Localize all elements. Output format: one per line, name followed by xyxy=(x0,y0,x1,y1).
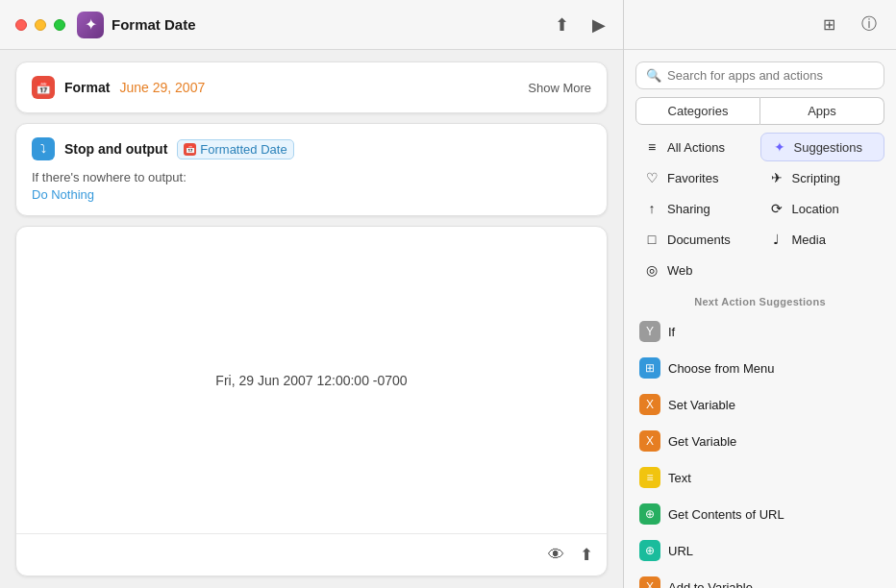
all-actions-icon: ≡ xyxy=(643,139,660,155)
title-actions: ⬆ ▶ xyxy=(553,12,608,37)
cat-suggestions-label: Suggestions xyxy=(794,140,863,155)
cat-media-label: Media xyxy=(792,233,826,247)
cat-all-actions[interactable]: ≡ All Actions xyxy=(635,133,760,161)
suggestion-icon: X xyxy=(639,430,660,452)
right-panel: ⊞ ⓘ 🔍 Categories Apps ≡ All Actions ✦ Su… xyxy=(623,0,896,588)
search-icon: 🔍 xyxy=(646,68,661,83)
title-bar: ✦ Format Date ⬆ ▶ xyxy=(0,0,623,50)
location-icon: ⟳ xyxy=(768,201,785,216)
traffic-lights xyxy=(15,19,65,31)
cat-favorites-label: Favorites xyxy=(667,171,718,185)
format-card-left: 📅 Format June 29, 2007 xyxy=(32,76,205,99)
search-bar[interactable]: 🔍 xyxy=(635,61,884,89)
cat-scripting[interactable]: ✈ Scripting xyxy=(760,163,885,192)
cat-sharing-label: Sharing xyxy=(667,202,710,216)
cat-media[interactable]: ♩ Media xyxy=(760,225,885,254)
sharing-icon: ↑ xyxy=(643,201,660,216)
info-button[interactable]: ⓘ xyxy=(856,12,883,38)
suggestion-icon: ⊕ xyxy=(639,503,660,525)
tab-apps[interactable]: Apps xyxy=(760,97,884,125)
suggestion-label: Add to Variable xyxy=(668,580,753,589)
cat-all-actions-label: All Actions xyxy=(667,140,725,155)
suggestion-item[interactable]: Y If xyxy=(624,313,896,350)
eye-button[interactable]: 👁 xyxy=(548,546,564,565)
suggestion-item[interactable]: X Get Variable xyxy=(624,423,896,459)
format-card-header: 📅 Format June 29, 2007 Show More xyxy=(32,76,591,99)
suggestion-label: URL xyxy=(668,544,693,558)
app-icon-symbol: ✦ xyxy=(85,15,97,34)
cat-suggestions[interactable]: ✦ Suggestions xyxy=(760,133,885,161)
stop-title: Stop and output xyxy=(64,141,167,157)
suggestions-icon: ✦ xyxy=(771,139,788,155)
content-area: 📅 Format June 29, 2007 Show More ⤵ Stop … xyxy=(0,50,623,588)
do-nothing-link[interactable]: Do Nothing xyxy=(32,187,591,202)
suggestion-icon: ⊞ xyxy=(639,357,660,379)
suggestion-label: Text xyxy=(668,471,691,485)
result-content: Fri, 29 Jun 2007 12:00:00 -0700 xyxy=(16,227,607,533)
suggestion-item[interactable]: ⊞ Choose from Menu xyxy=(624,350,896,386)
maximize-button[interactable] xyxy=(54,19,65,31)
cat-location-label: Location xyxy=(792,202,839,216)
suggestion-item[interactable]: ⊕ Get Contents of URL xyxy=(624,496,896,532)
cat-location[interactable]: ⟳ Location xyxy=(760,194,885,223)
result-value: Fri, 29 Jun 2007 12:00:00 -0700 xyxy=(215,373,407,388)
suggestion-item[interactable]: ≡ Text xyxy=(624,459,896,496)
token-calendar-icon: 📅 xyxy=(184,143,196,156)
export-button[interactable]: ⬆ xyxy=(580,545,593,565)
minimize-button[interactable] xyxy=(35,19,46,31)
search-input[interactable] xyxy=(667,68,874,83)
suggestion-icon: ≡ xyxy=(639,467,660,488)
format-label: Format xyxy=(64,80,110,95)
cat-web[interactable]: ◎ Web xyxy=(635,256,760,284)
close-button[interactable] xyxy=(15,19,27,31)
suggestion-item[interactable]: X Set Variable xyxy=(624,386,896,423)
suggestion-icon: ⊕ xyxy=(639,540,660,561)
share-button[interactable]: ⬆ xyxy=(553,12,571,37)
suggestion-label: Get Contents of URL xyxy=(668,507,784,522)
cat-scripting-label: Scripting xyxy=(792,171,841,185)
result-card: Fri, 29 Jun 2007 12:00:00 -0700 👁 ⬆ xyxy=(15,226,608,576)
suggestion-icon: X xyxy=(639,394,660,415)
web-icon: ◎ xyxy=(643,262,660,278)
if-nowhere-text: If there's nowhere to output: xyxy=(32,170,591,184)
cat-documents-label: Documents xyxy=(667,233,731,247)
suggestion-item[interactable]: X Add to Variable xyxy=(624,569,896,588)
scripting-icon: ✈ xyxy=(768,170,785,185)
tab-row: Categories Apps xyxy=(635,97,884,125)
cat-web-label: Web xyxy=(667,263,693,278)
cat-documents[interactable]: □ Documents xyxy=(635,225,760,254)
format-icon: 📅 xyxy=(32,76,55,99)
window-title: Format Date xyxy=(112,16,196,33)
tab-categories[interactable]: Categories xyxy=(635,97,760,125)
token-label: Formatted Date xyxy=(200,142,286,157)
cat-favorites[interactable]: ♡ Favorites xyxy=(635,163,760,192)
stop-card: ⤵ Stop and output 📅 Formatted Date If th… xyxy=(15,123,608,216)
suggestion-label: Get Variable xyxy=(668,434,736,449)
category-grid: ≡ All Actions ✦ Suggestions ♡ Favorites … xyxy=(635,133,884,284)
favorites-icon: ♡ xyxy=(643,170,660,185)
stop-card-header: ⤵ Stop and output 📅 Formatted Date xyxy=(32,137,591,160)
library-button[interactable]: ⊞ xyxy=(815,12,842,38)
left-panel: ✦ Format Date ⬆ ▶ 📅 Format June 29, 2007… xyxy=(0,0,623,588)
show-more-button[interactable]: Show More xyxy=(528,81,591,95)
cat-sharing[interactable]: ↑ Sharing xyxy=(635,194,760,223)
suggestions-header: Next Action Suggestions xyxy=(624,296,896,307)
documents-icon: □ xyxy=(643,232,660,247)
right-header: ⊞ ⓘ xyxy=(624,0,896,50)
suggestion-label: Choose from Menu xyxy=(668,361,775,376)
result-footer: 👁 ⬆ xyxy=(16,533,607,576)
formatted-date-token[interactable]: 📅 Formatted Date xyxy=(177,139,293,159)
suggestion-icon: X xyxy=(639,576,660,588)
suggestion-icon: Y xyxy=(639,321,660,342)
suggestion-item[interactable]: ⊕ URL xyxy=(624,532,896,569)
app-icon: ✦ xyxy=(77,12,104,38)
format-date-value[interactable]: June 29, 2007 xyxy=(119,80,205,95)
suggestion-label: Set Variable xyxy=(668,398,735,412)
run-button[interactable]: ▶ xyxy=(590,12,608,37)
suggestion-label: If xyxy=(668,325,675,339)
stop-icon: ⤵ xyxy=(32,137,55,160)
format-card: 📅 Format June 29, 2007 Show More xyxy=(15,61,608,113)
media-icon: ♩ xyxy=(768,232,785,247)
suggestion-list: Y If ⊞ Choose from Menu X Set Variable X… xyxy=(624,313,896,588)
